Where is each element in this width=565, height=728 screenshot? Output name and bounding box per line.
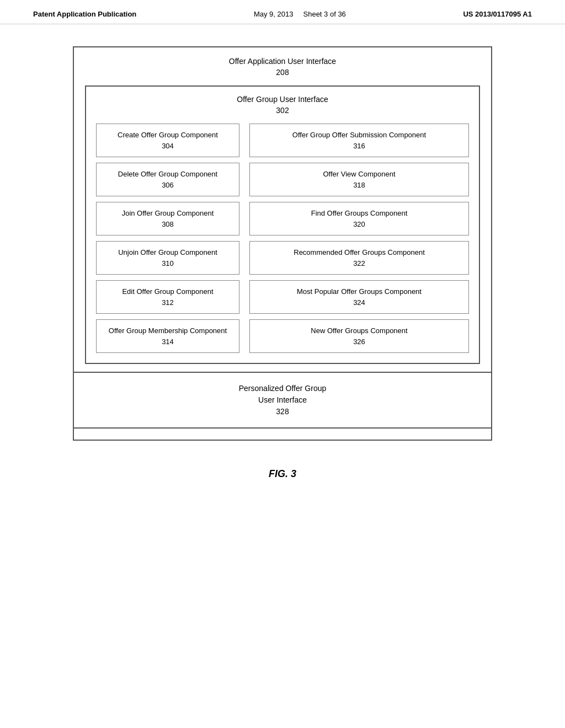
- inner-box-offer-group-ui: Offer Group User Interface 302 Create Of…: [85, 85, 480, 364]
- comp-number: 304: [162, 142, 174, 150]
- header-sheet: Sheet 3 of 36: [303, 10, 346, 18]
- header-center: May 9, 2013 Sheet 3 of 36: [254, 10, 346, 18]
- most-popular-offer-groups-component: Most Popular Offer Groups Component 324: [249, 280, 469, 314]
- join-offer-group-component: Join Offer Group Component 308: [96, 202, 239, 235]
- comp-label: Find Offer Groups Component: [311, 209, 408, 217]
- comp-label: Unjoin Offer Group Component: [118, 248, 217, 256]
- comp-number: 324: [353, 298, 365, 307]
- comp-label: Most Popular Offer Groups Component: [297, 287, 422, 296]
- comp-number: 322: [353, 259, 365, 267]
- page-header: Patent Application Publication May 9, 20…: [0, 0, 565, 24]
- comp-number: 316: [353, 142, 365, 150]
- comp-number: 318: [353, 181, 365, 189]
- new-offer-groups-component: New Offer Groups Component 326: [249, 319, 469, 353]
- main-content: Offer Application User Interface 208 Off…: [0, 24, 565, 502]
- comp-label: Offer Group Membership Component: [109, 326, 227, 335]
- comp-number: 308: [162, 220, 174, 228]
- outer-box-title: Offer Application User Interface 208: [229, 56, 336, 78]
- delete-offer-group-component: Delete Offer Group Component 306: [96, 163, 239, 196]
- two-column-layout: Create Offer Group Component 304 Delete …: [96, 124, 469, 353]
- left-column: Create Offer Group Component 304 Delete …: [96, 124, 239, 353]
- comp-number: 310: [162, 259, 174, 267]
- right-column: Offer Group Offer Submission Component 3…: [249, 124, 469, 353]
- comp-number: 312: [162, 298, 174, 307]
- comp-number: 306: [162, 181, 174, 189]
- inner-box-title: Offer Group User Interface 302: [237, 94, 328, 116]
- comp-label: New Offer Groups Component: [311, 326, 407, 335]
- comp-number: 326: [353, 338, 365, 346]
- comp-label: Create Offer Group Component: [118, 131, 218, 139]
- personalized-offer-group-ui: Personalized Offer Group User Interface …: [73, 372, 492, 429]
- bottom-title-line1: Personalized Offer Group: [239, 384, 327, 393]
- header-date: May 9, 2013: [254, 10, 294, 18]
- unjoin-offer-group-component: Unjoin Offer Group Component 310: [96, 241, 239, 275]
- bottom-title-line2: User Interface: [258, 395, 307, 404]
- outer-box-offer-application: Offer Application User Interface 208 Off…: [73, 46, 492, 441]
- comp-label: Join Offer Group Component: [122, 209, 214, 217]
- comp-label: Edit Offer Group Component: [122, 287, 213, 296]
- comp-label: Offer Group Offer Submission Component: [292, 131, 426, 139]
- header-right: US 2013/0117095 A1: [463, 10, 532, 18]
- bottom-title-line3: 328: [276, 407, 289, 416]
- header-left: Patent Application Publication: [33, 10, 136, 18]
- offer-view-component: Offer View Component 318: [249, 163, 469, 196]
- recommended-offer-groups-component: Recommended Offer Groups Component 322: [249, 241, 469, 275]
- edit-offer-group-component: Edit Offer Group Component 312: [96, 280, 239, 314]
- comp-number: 320: [353, 220, 365, 228]
- comp-label: Delete Offer Group Component: [118, 170, 217, 178]
- comp-label: Offer View Component: [323, 170, 395, 178]
- comp-label: Recommended Offer Groups Component: [294, 248, 425, 256]
- figure-caption: FIG. 3: [269, 468, 296, 480]
- create-offer-group-component: Create Offer Group Component 304: [96, 124, 239, 157]
- offer-group-offer-submission-component: Offer Group Offer Submission Component 3…: [249, 124, 469, 157]
- find-offer-groups-component: Find Offer Groups Component 320: [249, 202, 469, 235]
- comp-number: 314: [162, 338, 174, 346]
- offer-group-membership-component: Offer Group Membership Component 314: [96, 319, 239, 353]
